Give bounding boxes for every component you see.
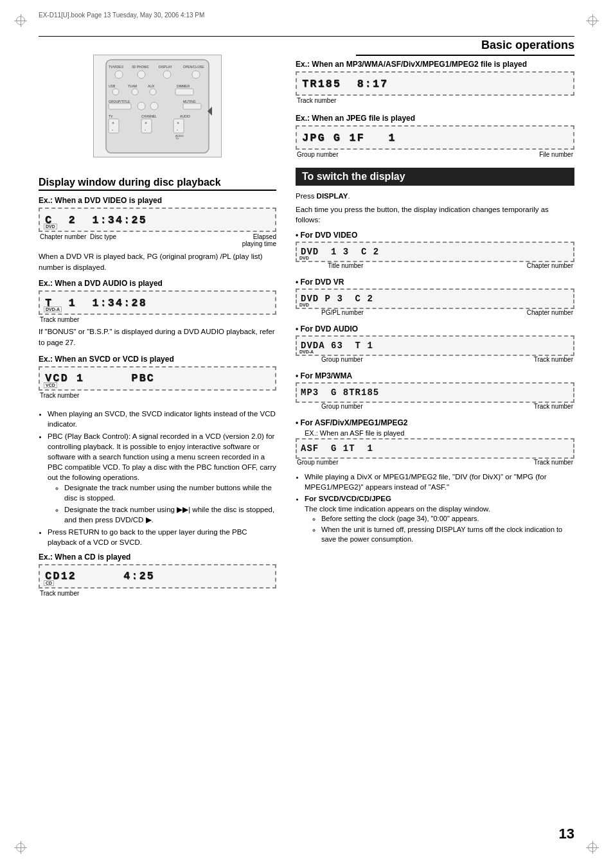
svcd-sub-bullet-2: Designate the track number using ▶▶| whi… (64, 504, 276, 525)
switch-dvd-vr-display: DVD P 3 C 2 DVD (296, 288, 574, 309)
svg-point-13 (112, 89, 119, 95)
pgpl-label: PG/PL number (321, 309, 364, 316)
switch-sub-bullet-1: Before setting the clock (page 34), "0:0… (321, 514, 574, 524)
switch-asf: • For ASF/DivX/MPEG1/MPEG2 EX.: When an … (296, 418, 574, 469)
cd-label: Ex.: When a CD is played (39, 553, 276, 562)
group-number-label-mp3: Group number (321, 403, 362, 410)
file-label-jpeg: File number (539, 151, 573, 158)
title-number-label: Title number (328, 262, 363, 269)
switch-asf-display: ASF G 1T 1 (296, 438, 574, 459)
svg-rect-16 (175, 89, 193, 95)
svg-point-5 (115, 71, 123, 78)
svg-point-8 (192, 71, 200, 78)
file-info: EX-D11[U].book Page 13 Tuesday, May 30, … (39, 12, 574, 19)
switch-display-box: To switch the display (296, 168, 574, 186)
svg-text:DISPLAY: DISPLAY (159, 65, 172, 69)
corner-tl (14, 14, 27, 27)
switch-desc: Each time you press the button, the disp… (296, 204, 574, 226)
svg-text:AUDIO: AUDIO (180, 114, 190, 118)
svg-point-21 (150, 102, 158, 110)
mp3-example: Ex.: When an MP3/WMA/ASF/DivX/MPEG1/MPEG… (296, 60, 574, 107)
svcd-bullet-3: Press RETURN to go back to the upper lay… (48, 527, 276, 547)
switch-dvd-video-label: • For DVD VIDEO (296, 231, 574, 240)
group-number-label-asf: Group number (297, 459, 338, 466)
mp3-display: TR185 8:17 (296, 71, 574, 96)
track-label-cd: Track number (40, 590, 79, 597)
svg-text:+: + (177, 121, 179, 125)
vcd-label: Ex.: When an SVCD or VCD is played (39, 355, 276, 364)
switch-dvd-audio: • For DVD AUDIO DVDA 63 T 1 DVD-A Group … (296, 324, 574, 366)
switch-mp3-label: • For MP3/WMA (296, 371, 574, 380)
svg-point-15 (150, 89, 156, 95)
dvd-video-note: When a DVD VR is played back, PG (origin… (39, 251, 276, 272)
svg-rect-19 (109, 103, 131, 109)
group-number-label-dvda: Group number (321, 356, 362, 363)
corner-tr (586, 14, 599, 27)
asf-ex-note: EX.: When an ASF file is played (305, 429, 574, 437)
track-number-label-mp3: Track number (534, 403, 573, 410)
cd-example: Ex.: When a CD is played CD12 4:25 CD Tr… (39, 553, 276, 600)
dvd-video-label: Ex.: When a DVD VIDEO is played (39, 196, 276, 205)
svg-point-7 (163, 71, 171, 78)
vcd-example: Ex.: When an SVCD or VCD is played VCD 1… (39, 355, 276, 402)
svg-text:TV/VIDEO: TV/VIDEO (109, 65, 123, 69)
svg-text:AUX: AUX (148, 84, 155, 88)
track-label-mp3: Track number (297, 97, 336, 104)
vcd-display: VCD 1 PBC VCD (39, 366, 276, 391)
mp3-label: Ex.: When an MP3/WMA/ASF/DivX/MPEG1/MPEG… (296, 60, 574, 69)
svg-text:GROUP/TITLE: GROUP/TITLE (109, 100, 130, 103)
track-label-vcd: Track number (40, 392, 79, 399)
switch-dvd-vr-label: • For DVD VR (296, 278, 574, 287)
svg-point-14 (132, 89, 138, 95)
left-column: TV/VIDEO 3D PHONIC DISPLAY OPEN/CLOSE US… (39, 55, 276, 607)
svg-text:USB: USB (109, 84, 116, 88)
jpeg-label: Ex.: When an JPEG file is played (296, 114, 574, 123)
main-content: TV/VIDEO 3D PHONIC DISPLAY OPEN/CLOSE US… (39, 55, 574, 829)
chapter-number-label-1: Chapter number (527, 262, 573, 269)
svcd-sub-bullet-1: Designate the track number using the num… (64, 483, 276, 503)
switch-intro: Press DISPLAY. (296, 191, 574, 202)
switch-bullet-2: For SVCD/VCD/CD/JPEG The clock time indi… (305, 493, 574, 544)
svg-point-20 (138, 102, 145, 110)
svg-rect-22 (183, 103, 201, 109)
jpeg-display: JPG G 1F 1 (296, 125, 574, 150)
disc-type-label: Disc type (90, 233, 116, 240)
switch-asf-label: • For ASF/DivX/MPEG1/MPEG2 (296, 418, 574, 427)
cd-display: CD12 4:25 CD (39, 564, 276, 589)
dvd-audio-display: T 1 1:34:28 DVD-A (39, 290, 276, 315)
remote-image: TV/VIDEO 3D PHONIC DISPLAY OPEN/CLOSE US… (93, 55, 222, 157)
switch-bullets: While playing a DivX or MPEG1/MPEG2 file… (305, 472, 574, 545)
svg-text:MUTING: MUTING (183, 100, 196, 103)
track-number-label-asf: Track number (534, 459, 573, 466)
header-divider (39, 36, 574, 37)
svg-text:OPEN/CLOSE: OPEN/CLOSE (183, 65, 204, 69)
jpeg-example: Ex.: When an JPEG file is played JPG G 1… (296, 114, 574, 161)
chapter-number-label-2: Chapter number (527, 309, 573, 316)
svg-text:3D PHONIC: 3D PHONIC (132, 65, 150, 69)
corner-br (586, 841, 599, 854)
switch-sub-bullet-2: When the unit is turned off, pressing DI… (321, 525, 574, 545)
switch-dvd-audio-display: DVDA 63 T 1 DVD-A (296, 335, 574, 356)
svg-text:DIMMER: DIMMER (177, 84, 190, 88)
section-heading: Display window during disc playback (39, 177, 276, 191)
page-title: Basic operations (356, 39, 574, 56)
group-label-jpeg: Group number (297, 151, 338, 158)
svg-text:+: + (145, 121, 147, 125)
right-column: Ex.: When an MP3/WMA/ASF/DivX/MPEG1/MPEG… (296, 55, 574, 607)
switch-dvd-audio-label: • For DVD AUDIO (296, 324, 574, 333)
corner-bl (14, 841, 27, 854)
track-number-label-dvda: Track number (534, 356, 573, 363)
switch-dvd-video-display: DVD 1 3 C 2 DVD (296, 242, 574, 262)
svcd-bullets: When playing an SVCD, the SVCD indicator… (48, 409, 276, 547)
dvd-audio-example: Ex.: When a DVD AUDIO is played T 1 1:34… (39, 279, 276, 348)
switch-dvd-vr: • For DVD VR DVD P 3 C 2 DVD PG/PL numbe… (296, 278, 574, 319)
svg-text:+: + (112, 121, 114, 125)
svg-text:CHANNEL: CHANNEL (141, 114, 157, 118)
svg-point-6 (138, 71, 145, 78)
elapsed-label: Elapsedplaying time (242, 233, 276, 247)
dvd-audio-label: Ex.: When a DVD AUDIO is played (39, 279, 276, 288)
track-label-dvda: Track number (40, 316, 79, 323)
chapter-label: Chapter number (40, 233, 86, 240)
dvd-video-example: Ex.: When a DVD VIDEO is played C 2 1:34… (39, 196, 276, 272)
svg-text:TUAM: TUAM (128, 84, 137, 88)
